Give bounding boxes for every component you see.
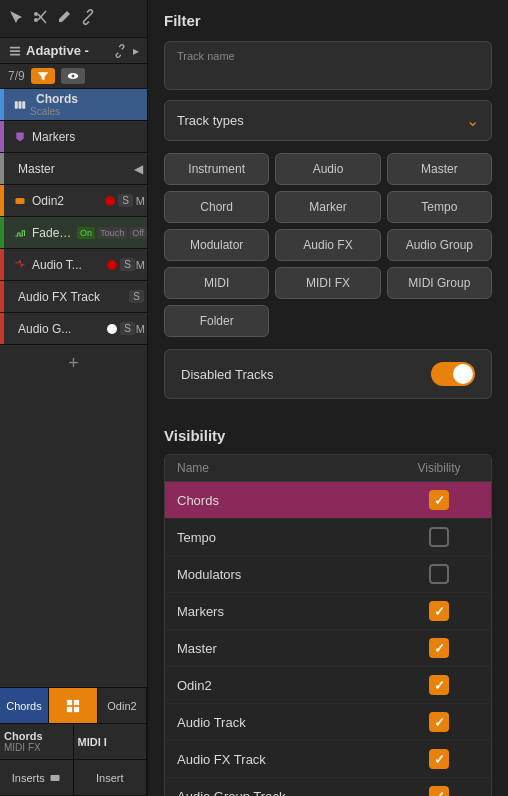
midi-i-cell[interactable]: MIDI I: [74, 724, 148, 759]
type-btn-modulator[interactable]: Modulator: [164, 229, 269, 261]
type-btn-master[interactable]: Master: [387, 153, 492, 185]
adaptive-label: Adaptive -: [26, 43, 109, 58]
vis-header-name: Name: [177, 461, 399, 475]
vis-row[interactable]: Modulators: [165, 556, 491, 593]
vis-row[interactable]: Odin2: [165, 667, 491, 704]
vis-checkbox[interactable]: [429, 786, 449, 796]
svg-rect-16: [67, 699, 72, 704]
overflow-indicator: M: [136, 259, 145, 271]
vis-row[interactable]: Audio Group Track: [165, 778, 491, 796]
cursor-icon[interactable]: [8, 9, 24, 28]
vis-row-name: Audio Group Track: [177, 789, 399, 797]
inserts-label: Inserts: [12, 772, 45, 784]
svg-rect-20: [50, 775, 59, 781]
solo-button[interactable]: S: [118, 194, 133, 207]
vis-checkbox-container: [399, 675, 479, 695]
type-btn-midigroup[interactable]: MIDI Group: [387, 267, 492, 299]
track-item[interactable]: Audio T... S M: [0, 249, 147, 281]
type-btn-folder[interactable]: Folder: [164, 305, 269, 337]
type-btn-midi[interactable]: MIDI: [164, 267, 269, 299]
track-item[interactable]: Chords Scales: [0, 89, 147, 121]
instrument-icon: [14, 195, 26, 207]
vis-row-name: Master: [177, 641, 399, 656]
vis-checkbox[interactable]: [429, 749, 449, 769]
svg-rect-5: [10, 50, 21, 52]
track-item[interactable]: Fader Volume On Touch Off: [0, 217, 147, 249]
vis-row[interactable]: Chords: [165, 482, 491, 519]
eye-button[interactable]: [61, 68, 85, 84]
track-color-bar: [0, 89, 4, 120]
solo-button[interactable]: S: [129, 290, 144, 303]
track-item[interactable]: Audio FX Track S: [0, 281, 147, 313]
chords-midi-cell[interactable]: Chords MIDI FX: [0, 724, 74, 759]
vis-checkbox[interactable]: [429, 712, 449, 732]
vis-row[interactable]: Markers: [165, 593, 491, 630]
svg-point-1: [34, 18, 38, 22]
collapse-icon[interactable]: ▸: [133, 44, 139, 58]
vis-header-vis: Visibility: [399, 461, 479, 475]
svg-rect-11: [22, 101, 25, 109]
vis-checkbox[interactable]: [429, 490, 449, 510]
track-color-bar: [0, 313, 4, 344]
svg-rect-14: [19, 199, 21, 202]
chain-icon[interactable]: [80, 9, 96, 28]
solo-button[interactable]: S: [120, 258, 135, 271]
vis-row[interactable]: Audio FX Track: [165, 741, 491, 778]
type-btn-audio[interactable]: Audio: [275, 153, 380, 185]
vis-row[interactable]: Tempo: [165, 519, 491, 556]
vis-row-name: Tempo: [177, 530, 399, 545]
vis-checkbox-container: [399, 527, 479, 547]
track-types-row[interactable]: Track types ⌄: [164, 100, 492, 141]
type-btn-midifx[interactable]: MIDI FX: [275, 267, 380, 299]
odin-cell[interactable]: Odin2: [98, 688, 147, 723]
adaptive-row[interactable]: Adaptive - ▸: [0, 38, 147, 64]
track-item[interactable]: Master ◀: [0, 153, 147, 185]
type-btn-chord[interactable]: Chord: [164, 191, 269, 223]
grid-cell[interactable]: [49, 688, 98, 723]
collapse-arrow: ◀: [134, 162, 143, 176]
vis-row[interactable]: Audio Track: [165, 704, 491, 741]
track-name-label: Audio FX Track: [8, 290, 128, 304]
track-item[interactable]: Odin2 S M: [0, 185, 147, 217]
track-types-label: Track types: [177, 113, 244, 128]
vis-checkbox[interactable]: [429, 675, 449, 695]
track-item[interactable]: Markers: [0, 121, 147, 153]
vis-checkbox[interactable]: [429, 527, 449, 547]
svg-rect-10: [19, 101, 22, 109]
fader-icon: [14, 227, 26, 239]
track-name-input[interactable]: [177, 66, 479, 81]
visibility-table: Name Visibility Chords Tempo Modulators: [164, 454, 492, 796]
sidebar-toolbar: [0, 0, 147, 38]
chords-cell[interactable]: Chords: [0, 688, 49, 723]
track-list: Chords Scales Markers Master ◀ Odin2 S M: [0, 89, 147, 382]
vis-checkbox[interactable]: [429, 638, 449, 658]
solo-button[interactable]: S: [120, 322, 135, 335]
scissors-icon[interactable]: [32, 9, 48, 28]
track-count: 7/9: [8, 69, 25, 83]
vis-row[interactable]: Master: [165, 630, 491, 667]
type-btn-marker[interactable]: Marker: [275, 191, 380, 223]
vis-checkbox-container: [399, 786, 479, 796]
filter-button[interactable]: [31, 68, 55, 84]
pencil-icon[interactable]: [56, 9, 72, 28]
sidebar: Adaptive - ▸ 7/9 Chords Scales Markers: [0, 0, 148, 796]
vis-row-name: Chords: [177, 493, 399, 508]
fader-tags: On Touch Off: [77, 227, 147, 239]
track-name-label: Chords: [30, 92, 147, 106]
vis-checkbox[interactable]: [429, 564, 449, 584]
track-item[interactable]: Audio G... S M: [0, 313, 147, 345]
inserts-cell[interactable]: Inserts: [0, 760, 74, 795]
disabled-tracks-toggle[interactable]: [431, 362, 475, 386]
track-color-bar: [0, 217, 4, 248]
bottom-row1: Chords Odin2: [0, 688, 147, 724]
record-dot: [107, 260, 117, 270]
type-btn-audiofx[interactable]: Audio FX: [275, 229, 380, 261]
type-btn-audiogroup[interactable]: Audio Group: [387, 229, 492, 261]
vis-checkbox[interactable]: [429, 601, 449, 621]
piano-icon: [49, 772, 61, 784]
type-btn-tempo[interactable]: Tempo: [387, 191, 492, 223]
midi-i-label: MIDI I: [78, 736, 107, 748]
add-track-button[interactable]: +: [4, 349, 143, 378]
insert-cell[interactable]: Insert: [74, 760, 148, 795]
type-btn-instrument[interactable]: Instrument: [164, 153, 269, 185]
